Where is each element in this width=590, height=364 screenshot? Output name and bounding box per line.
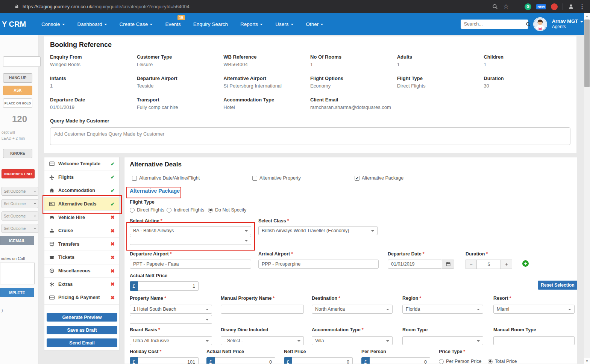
- send-email-button[interactable]: Send Email: [47, 338, 117, 347]
- global-search-input[interactable]: [463, 21, 525, 27]
- destination-select[interactable]: North America: [312, 305, 393, 314]
- resort-select[interactable]: Miami: [493, 305, 575, 314]
- nett-price-input[interactable]: [292, 357, 353, 364]
- accommodation-type-select[interactable]: Villa: [312, 336, 393, 345]
- nav-item-console[interactable]: Console: [41, 21, 65, 27]
- holiday-cost-input[interactable]: [138, 357, 199, 364]
- profile-icon[interactable]: [568, 3, 574, 10]
- extension-green-icon[interactable]: G: [525, 3, 531, 10]
- checkbox-alternative-date-airline-flight[interactable]: Alternative Date/Airline/Flight: [132, 175, 200, 181]
- chrome-search-icon[interactable]: [492, 3, 498, 10]
- reset-selection-button[interactable]: Reset Selection: [538, 281, 577, 290]
- menu-item-tickets[interactable]: Tickets✖: [44, 251, 119, 264]
- menu-item-pricing-payment[interactable]: Pricing & Payment✖: [44, 291, 119, 305]
- cross-icon: ✖: [111, 241, 115, 247]
- call-notes-textarea[interactable]: [0, 263, 35, 284]
- chrome-menu-icon[interactable]: ⋮: [579, 3, 585, 10]
- departure-date-input[interactable]: [388, 260, 442, 269]
- field-client-email: Client Emailramcharan.sharma@dotsquares.…: [310, 97, 397, 110]
- place-on-hold-button[interactable]: PLACE ON HOLD: [3, 98, 32, 108]
- calendar-button[interactable]: [442, 260, 454, 269]
- radio-per-person-price[interactable]: Per Person Price: [439, 359, 481, 364]
- generate-preview-button[interactable]: Generate Preview: [47, 313, 117, 322]
- menu-item-flights[interactable]: Flights✔: [44, 171, 119, 184]
- nav-item-create-case[interactable]: Create Case: [120, 21, 153, 27]
- nav-item-events[interactable]: Events15: [165, 21, 180, 27]
- menu-item-accommodation[interactable]: Accommodation✔: [44, 184, 119, 198]
- menu-item-miscellaneous[interactable]: Miscellaneous✖: [44, 264, 119, 278]
- query-textarea[interactable]: [50, 127, 570, 145]
- tickets-icon: [49, 254, 55, 260]
- address-bar[interactable]: https://staging.journey-crm.co.uk/enquir…: [23, 4, 492, 9]
- radio-total-price[interactable]: Total Price: [488, 359, 517, 364]
- menu-item-extras[interactable]: Extras✖: [44, 278, 119, 291]
- disney-dine-select[interactable]: - Select -: [221, 336, 304, 345]
- room-type-select[interactable]: [402, 336, 483, 345]
- scrollbar-thumb[interactable]: [584, 20, 590, 87]
- class-select[interactable]: British Airways World Traveller (Economy…: [258, 226, 378, 235]
- cross-icon: ✖: [111, 295, 115, 301]
- property-name-label: Property Name*: [130, 296, 166, 301]
- dialer-input[interactable]: [3, 56, 41, 67]
- airline-select-secondary[interactable]: [130, 236, 251, 245]
- nav-item-users[interactable]: Users: [275, 21, 293, 27]
- scroll-up-arrow[interactable]: ▲: [584, 13, 590, 19]
- avatar[interactable]: [533, 17, 547, 31]
- duration-minus-button[interactable]: −: [466, 260, 477, 269]
- field-enquiry-from: Enquiry FromWinged Boots: [50, 54, 137, 67]
- room-type-label: Room Type: [402, 327, 428, 332]
- set-outcome-select-2[interactable]: Set Outcome: [2, 199, 38, 208]
- menu-item-alternative-deals[interactable]: Alternative Deals✔: [44, 198, 119, 211]
- actual-nett-price2-input[interactable]: [215, 357, 275, 364]
- checkbox-alternative-package[interactable]: ✔Alternative Package: [355, 175, 403, 181]
- incorrect-no-button[interactable]: INCORRECT NO: [2, 169, 35, 178]
- lock-icon[interactable]: [14, 4, 19, 9]
- chrome-separator: [563, 3, 563, 10]
- extension-new-badge[interactable]: NEW: [536, 4, 546, 9]
- nav-item-other[interactable]: Other: [306, 21, 324, 27]
- actual-nett-price-input[interactable]: [138, 281, 199, 291]
- per-person-input[interactable]: [370, 357, 430, 364]
- browser-bar: https://staging.journey-crm.co.uk/enquir…: [0, 0, 590, 13]
- menu-item-welcome-template[interactable]: Welcome Template✔: [44, 157, 119, 171]
- nav-item-reports[interactable]: Reports: [240, 21, 263, 27]
- bookmark-star-icon[interactable]: ☆: [503, 3, 509, 10]
- checkbox-alternative-property[interactable]: Alternative Property: [252, 175, 301, 181]
- task-button[interactable]: ASK: [3, 86, 32, 95]
- nav-item-enquiry-search[interactable]: Enquiry Search: [193, 21, 228, 27]
- radio-indirect-flights[interactable]: Indirect Flights: [167, 207, 204, 213]
- set-outcome-select-1[interactable]: Set Outcome: [2, 187, 38, 196]
- vertical-scrollbar[interactable]: ▲ ▼: [584, 13, 590, 364]
- menu-item-cruise[interactable]: Cruise✖: [44, 224, 119, 238]
- manual-room-type-input[interactable]: [493, 336, 575, 345]
- nav-item-dashboard[interactable]: Dashboard: [77, 21, 107, 27]
- voicemail-button[interactable]: ICEMAIL: [0, 236, 34, 245]
- brand-logo[interactable]: Y CRM: [2, 20, 26, 29]
- departure-airport-input[interactable]: [130, 260, 251, 269]
- airline-select[interactable]: BA - British Airways: [130, 226, 251, 235]
- radio-do-not-specify[interactable]: Do Not Specify: [208, 207, 246, 213]
- ignore-button[interactable]: IGNORE: [3, 149, 32, 158]
- region-select[interactable]: Florida: [402, 305, 483, 314]
- hang-up-button[interactable]: HANG UP: [3, 73, 32, 83]
- menu-item-vehicle-hire[interactable]: Vehicle Hire✖: [44, 211, 119, 224]
- board-basis-select[interactable]: Ultra All-Inclusive: [130, 336, 212, 345]
- set-outcome-select-4[interactable]: Set Outcome: [2, 224, 38, 233]
- radio-direct-flights[interactable]: Direct Flights: [130, 207, 164, 213]
- set-outcome-select-3[interactable]: Set Outcome: [2, 211, 38, 221]
- extension-red-icon[interactable]: [551, 3, 558, 10]
- user-menu[interactable]: Arnav MGT Agents: [552, 19, 583, 30]
- scroll-down-arrow[interactable]: ▼: [584, 358, 590, 364]
- menu-item-transfers[interactable]: Transfers✖: [44, 238, 119, 251]
- duration-plus-button[interactable]: +: [501, 260, 512, 269]
- search-icon[interactable]: [525, 21, 531, 27]
- duration-input[interactable]: [477, 260, 501, 269]
- page: https://staging.journey-crm.co.uk/enquir…: [0, 0, 590, 364]
- add-row-button[interactable]: +: [522, 260, 529, 267]
- arrival-airport-input[interactable]: [258, 260, 379, 269]
- property-name-select[interactable]: 1 Hotel South Beach: [130, 305, 212, 314]
- manual-property-name-input[interactable]: [221, 305, 304, 314]
- complete-button[interactable]: MPLETE: [0, 288, 34, 297]
- save-as-draft-button[interactable]: Save as Draft: [47, 326, 117, 334]
- property-name-select-secondary[interactable]: [130, 315, 212, 324]
